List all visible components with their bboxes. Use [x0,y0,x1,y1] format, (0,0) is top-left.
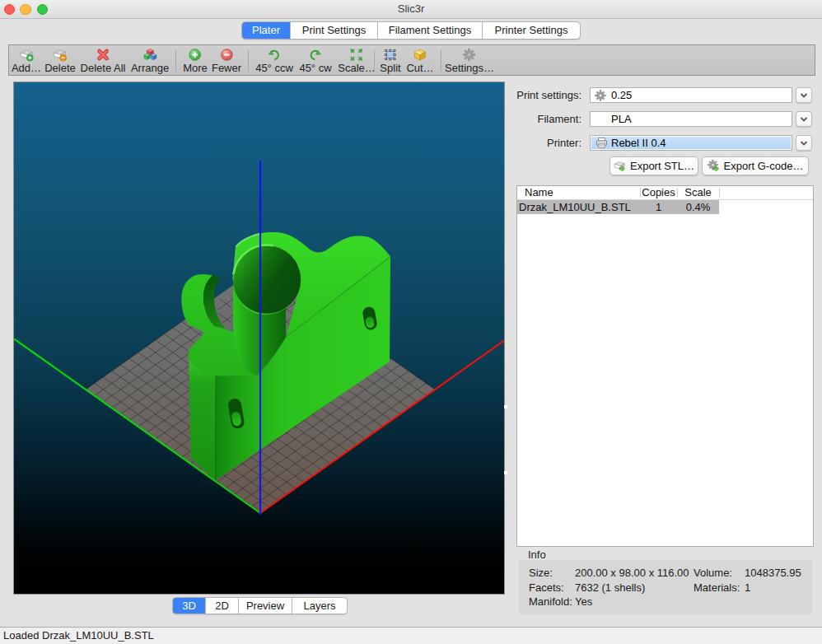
column-header-scale[interactable]: Scale [677,186,719,199]
arrows-out-icon [350,48,364,62]
chevron-down-icon [796,88,811,102]
printer-icon [595,137,608,149]
rotate-cw-icon [308,48,322,62]
export-stl-button[interactable]: Export STL… [609,156,698,175]
tab-3d[interactable]: 3D [173,598,206,614]
object-copies-cell: 1 [640,200,677,214]
filament-combo[interactable]: PLA [590,111,792,127]
info-panel: Size: 200.00 x 98.00 x 116.00 Volume: 10… [519,560,812,614]
print-settings-dropdown-button[interactable] [796,87,812,103]
column-divider [677,188,678,198]
toolbar-separator [374,50,375,71]
manifold-label: Manifold: [529,595,572,608]
delete-all-button[interactable]: Delete All [81,48,126,74]
tab-printer-settings[interactable]: Printer Settings [483,22,580,39]
tab-plater[interactable]: Plater [242,22,291,39]
tab-2d[interactable]: 2D [206,598,239,614]
3d-viewport[interactable] [14,82,504,594]
add-button[interactable]: Add… [12,48,41,74]
gear-icon [595,90,606,101]
size-label: Size: [529,567,553,579]
printer-dropdown-button[interactable] [796,135,812,151]
volume-value: 1048375.95 [745,567,801,579]
object-row-selected[interactable]: Drzak_LM10UU_B.STL 1 0.4% [517,200,719,214]
delete-button[interactable]: Delete [44,48,76,74]
toolbar: Add… Delete Delete All [8,44,815,76]
facets-value: 7632 (1 shells) [575,581,645,594]
cut-button[interactable]: Cut… [406,48,433,74]
toolbar-separator [175,50,176,71]
tab-print-settings[interactable]: Print Settings [291,22,378,39]
3d-scene [14,82,504,594]
title-bar: Slic3r [0,0,822,19]
plus-circle-icon [189,48,203,62]
colored-bricks-icon [143,48,157,62]
rotate-ccw-button[interactable]: 45° ccw [255,48,293,74]
print-settings-label: Print settings: [491,89,581,101]
fewer-button[interactable]: Fewer [212,48,241,74]
filament-label: Filament: [491,113,581,125]
chevron-down-icon [796,136,811,150]
minus-circle-icon [220,48,234,62]
column-header-copies[interactable]: Copies [640,186,677,199]
size-value: 200.00 x 98.00 x 116.00 [575,567,689,579]
column-divider [640,188,641,198]
print-settings-value: 0.25 [611,89,632,101]
tab-layers[interactable]: Layers [292,598,347,614]
print-settings-combo[interactable]: 0.25 [590,87,792,103]
filament-value: PLA [611,113,632,125]
export-gcode-icon [708,160,720,172]
materials-label: Materials: [694,581,740,594]
red-cross-icon [96,48,110,62]
chevron-down-icon [796,112,811,126]
more-button[interactable]: More [183,48,208,74]
column-header-name[interactable]: Name [525,186,553,199]
package-box-icon [413,48,427,62]
brick-delete-icon [53,48,67,62]
view-mode-tabs: 3D 2D Preview Layers [172,597,348,614]
status-bar: Loaded Drzak_LM10UU_B.STL [0,627,822,644]
toolbar-separator [441,50,441,71]
status-text: Loaded Drzak_LM10UU_B.STL [3,629,154,642]
export-stl-icon [614,160,626,172]
toolbar-separator [248,50,249,71]
column-divider [719,188,720,198]
object-list[interactable]: Name Copies Scale Drzak_LM10UU_B.STL 1 0… [516,185,814,547]
sash-dot [504,471,507,474]
arrange-button[interactable]: Arrange [131,48,169,74]
window-title: Slic3r [0,0,822,18]
printer-combo[interactable]: Rebel II 0.4 [590,135,792,151]
main-tabs: Plater Print Settings Filament Settings … [241,21,581,40]
object-list-header: Name Copies Scale [517,186,813,200]
filament-dropdown-button[interactable] [796,111,812,127]
tab-preview[interactable]: Preview [239,598,292,614]
brick-add-icon [19,48,33,62]
sash-dot [504,405,507,408]
settings-button[interactable]: Settings… [445,48,494,74]
printer-label: Printer: [491,137,581,149]
gear-icon [462,48,476,62]
tab-filament-settings[interactable]: Filament Settings [378,22,483,39]
rotate-cw-button[interactable]: 45° cw [299,48,331,74]
object-scale-cell: 0.4% [677,200,719,214]
volume-label: Volume: [694,567,732,579]
manifold-value: Yes [575,595,592,608]
facets-label: Facets: [529,581,564,594]
export-gcode-label: Export G-code… [724,160,804,172]
split-button[interactable]: Split [380,48,400,74]
split-handles-icon [383,48,397,62]
materials-value: 1 [745,581,750,594]
object-name-cell: Drzak_LM10UU_B.STL [519,200,631,214]
export-stl-label: Export STL… [630,160,694,172]
info-section-label: Info [528,548,546,561]
printer-value: Rebel II 0.4 [611,137,666,149]
export-gcode-button[interactable]: Export G-code… [702,156,809,175]
rotate-ccw-icon [267,48,281,62]
scale-button[interactable]: Scale… [338,48,376,74]
